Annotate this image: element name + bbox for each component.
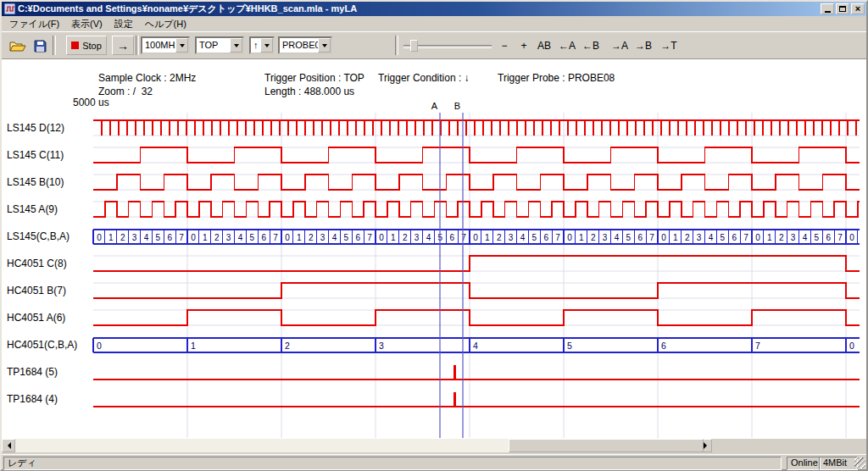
svg-text:7: 7 [273, 233, 278, 242]
chevron-down-icon[interactable] [318, 38, 331, 53]
svg-text:2: 2 [285, 341, 290, 351]
move-right-to-b-button[interactable]: →B [632, 37, 654, 54]
minimize-icon [825, 11, 831, 13]
svg-text:4: 4 [473, 341, 478, 351]
trigger-edge-value: ↑ [253, 40, 259, 50]
svg-text:3: 3 [320, 233, 326, 242]
menu-bar: ファイル(F) 表示(V) 設定 ヘルプ(H) [2, 16, 866, 31]
svg-text:5: 5 [344, 233, 349, 242]
goto-trigger-button[interactable]: →T [658, 37, 680, 54]
svg-text:0: 0 [285, 233, 290, 242]
scroll-left-icon [4, 442, 11, 449]
move-left-to-a-button[interactable]: ←A [556, 37, 578, 54]
probe-select[interactable]: PROBE00 [278, 36, 332, 54]
svg-text:2: 2 [497, 233, 502, 242]
run-button[interactable]: → [112, 36, 134, 55]
svg-text:7: 7 [649, 233, 654, 242]
close-button[interactable]: × [851, 3, 865, 14]
menu-view[interactable]: 表示(V) [65, 16, 108, 32]
status-memory: 4MBit [819, 457, 858, 470]
svg-text:7: 7 [555, 233, 560, 242]
svg-text:5: 5 [815, 233, 820, 242]
svg-text:0: 0 [379, 233, 384, 242]
menu-help[interactable]: ヘルプ(H) [139, 16, 192, 32]
trigger-edge-select[interactable]: ↑ [249, 36, 275, 54]
close-icon: × [855, 4, 860, 13]
svg-text:6: 6 [355, 233, 360, 242]
scroll-left-button[interactable] [2, 439, 15, 452]
menu-file[interactable]: ファイル(F) [3, 16, 65, 32]
svg-text:0: 0 [191, 233, 196, 242]
svg-text:6: 6 [661, 341, 666, 351]
svg-text:4: 4 [238, 233, 243, 242]
svg-text:1: 1 [108, 233, 114, 242]
zoom-slider[interactable] [403, 39, 492, 53]
title-bar[interactable]: C:¥Documents and Settings¥noname¥デスクトップ¥… [2, 2, 866, 16]
status-message: レディ [3, 457, 782, 470]
svg-text:2: 2 [309, 233, 314, 242]
svg-text:1: 1 [297, 233, 302, 242]
svg-text:7: 7 [755, 341, 760, 351]
svg-text:2: 2 [685, 233, 690, 242]
maximize-button[interactable] [836, 3, 849, 14]
minimize-button[interactable] [821, 3, 834, 14]
svg-text:7: 7 [743, 233, 748, 242]
stop-button[interactable]: Stop [66, 36, 107, 55]
move-left-to-b-button[interactable]: ←B [580, 37, 602, 54]
menu-settings[interactable]: 設定 [108, 16, 139, 32]
stop-icon [71, 42, 79, 49]
waveform-display[interactable]: 0123456701234567012345670123456701234567… [2, 59, 866, 439]
horizontal-scrollbar[interactable] [2, 439, 712, 452]
zoom-in-button[interactable]: + [515, 37, 532, 54]
clock-select[interactable]: 100MHz [141, 36, 190, 54]
svg-text:3: 3 [132, 233, 137, 242]
svg-text:1: 1 [191, 341, 196, 351]
svg-text:7: 7 [367, 233, 372, 242]
app-window: C:¥Documents and Settings¥noname¥デスクトップ¥… [0, 0, 868, 471]
svg-text:5: 5 [567, 341, 572, 351]
trigger-position-select[interactable]: TOP [195, 36, 244, 54]
svg-text:6: 6 [543, 233, 548, 242]
svg-text:0: 0 [97, 341, 102, 351]
svg-text:4: 4 [426, 233, 431, 242]
chevron-down-icon[interactable] [260, 38, 273, 53]
floppy-disk-icon [34, 40, 47, 53]
svg-text:3: 3 [697, 233, 702, 242]
svg-text:6: 6 [449, 233, 454, 242]
svg-text:0: 0 [97, 233, 102, 242]
svg-text:2: 2 [403, 233, 408, 242]
open-button[interactable] [7, 36, 29, 57]
window-controls: × [821, 3, 865, 14]
svg-text:7: 7 [837, 233, 843, 242]
scrollbar-thumb[interactable] [509, 439, 704, 452]
move-right-to-a-button[interactable]: →A [609, 37, 631, 54]
svg-text:1: 1 [203, 233, 208, 242]
chevron-down-icon[interactable] [230, 38, 242, 53]
svg-text:4: 4 [332, 233, 337, 242]
resize-grip[interactable] [854, 457, 865, 468]
toolbar-separator [53, 36, 56, 55]
svg-text:0: 0 [849, 341, 854, 351]
app-icon [4, 3, 15, 14]
toolbar-separator [136, 36, 139, 55]
chevron-down-icon[interactable] [175, 38, 188, 53]
zoom-ab-button[interactable]: AB [534, 37, 554, 54]
svg-text:1: 1 [673, 233, 678, 242]
svg-text:4: 4 [144, 233, 149, 242]
svg-text:6: 6 [732, 233, 737, 242]
svg-text:5: 5 [626, 233, 632, 242]
save-button[interactable] [29, 36, 51, 57]
svg-text:0: 0 [473, 233, 478, 242]
zoom-slider-thumb[interactable] [410, 40, 418, 52]
zoom-out-button[interactable]: − [496, 37, 513, 54]
svg-text:3: 3 [509, 233, 514, 242]
svg-text:3: 3 [415, 233, 420, 242]
svg-text:3: 3 [226, 233, 231, 242]
svg-text:5: 5 [250, 233, 255, 242]
scrollbar-track[interactable] [15, 439, 698, 452]
svg-text:5: 5 [532, 233, 537, 242]
svg-text:2: 2 [120, 233, 125, 242]
svg-text:6: 6 [167, 233, 172, 242]
svg-text:5: 5 [721, 233, 726, 242]
run-arrow-icon: → [117, 39, 129, 53]
